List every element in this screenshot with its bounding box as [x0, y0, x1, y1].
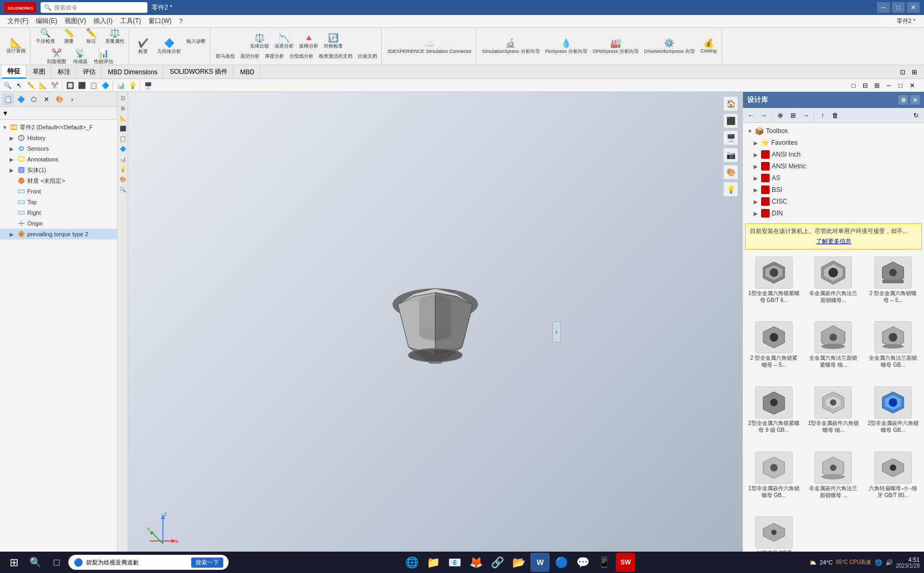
- viewport-normal[interactable]: □: [848, 80, 859, 91]
- display-icon-2[interactable]: 💡: [127, 80, 138, 91]
- viewport-minimize[interactable]: ─: [883, 80, 894, 91]
- view-options-button[interactable]: ⊡: [897, 67, 908, 78]
- start-button[interactable]: ⊞: [4, 553, 24, 572]
- panel-settings-icon[interactable]: ⚙: [898, 95, 908, 105]
- symmetry-button[interactable]: 🔃 对称检查: [322, 32, 345, 51]
- undercut-button[interactable]: 底切分析: [238, 52, 262, 61]
- taskbar-widget-icon[interactable]: □: [47, 553, 66, 572]
- toolbox-as[interactable]: ▶ AS: [743, 172, 924, 184]
- more-tab[interactable]: ›: [66, 94, 78, 105]
- select-icon[interactable]: ↖: [14, 80, 25, 91]
- maximize-button[interactable]: □: [892, 2, 905, 13]
- viewport-close[interactable]: ✕: [907, 80, 918, 91]
- search-bar-input[interactable]: [86, 559, 188, 566]
- appearance-tab[interactable]: 🎨: [53, 94, 65, 105]
- menu-view[interactable]: 视图(V): [61, 16, 89, 27]
- taskbar-chrome-icon[interactable]: 🔵: [552, 553, 571, 572]
- lib-up-button[interactable]: ↑: [817, 110, 828, 121]
- menu-tools[interactable]: 工具(T): [117, 16, 144, 27]
- error-analysis-button[interactable]: 📉 误差分析: [272, 32, 296, 51]
- tree-item-annotations[interactable]: ▶ Annotations: [0, 154, 117, 165]
- menu-file[interactable]: 文件(F): [4, 16, 32, 27]
- check-button[interactable]: ✔️ 检查: [132, 37, 154, 56]
- search-input[interactable]: [54, 4, 144, 11]
- tree-item-history[interactable]: ▶ History: [0, 133, 117, 143]
- viewport-icon[interactable]: 🖥️: [143, 80, 153, 91]
- input-diagnostics-button[interactable]: 输入诊断: [184, 37, 208, 56]
- nut-card-4[interactable]: 2 型全金属六角锁紧螺母 -- 5...: [745, 319, 803, 382]
- mass-properties-button[interactable]: ⚖️ 质量属性: [103, 28, 127, 46]
- menu-insert[interactable]: 插入(I): [90, 16, 115, 27]
- learn-more-link[interactable]: 了解更多信息: [750, 237, 917, 245]
- toolbox-bsi[interactable]: ▶ BSI: [743, 184, 924, 196]
- nut-card-10[interactable]: 1型非金属嵌件六角锁螺母 GB...: [745, 449, 803, 512]
- measure-button[interactable]: 📏 测量: [58, 28, 80, 46]
- viewport-camera-icon[interactable]: 📷: [723, 148, 738, 162]
- panel-close-icon[interactable]: ✕: [910, 95, 920, 105]
- left-icon-8[interactable]: 💡: [118, 164, 128, 174]
- taskbar-word-icon[interactable]: W: [530, 553, 550, 572]
- search-tool-icon[interactable]: 🔍: [2, 80, 13, 91]
- command-search[interactable]: 🔍: [41, 2, 147, 13]
- left-icon-3[interactable]: 📐: [118, 113, 128, 123]
- taskbar-explorer-icon[interactable]: 📁: [424, 553, 443, 572]
- tree-item-torque[interactable]: ▶ prevailing torque type 2: [0, 229, 117, 239]
- taskbar-search-icon[interactable]: 🔍: [26, 553, 45, 572]
- nut-card-3[interactable]: 2 型全金属六角锁螺母 -- 5...: [864, 254, 922, 317]
- annotation-button[interactable]: ✏️ 标注: [81, 28, 102, 46]
- search-submit-button[interactable]: 搜索一下: [191, 557, 223, 568]
- 3d-viewport[interactable]: 🏠 ⬛ 🖥️ 📷 🎨 💡 Z X Y: [128, 92, 742, 572]
- viewport-home-icon[interactable]: 🏠: [723, 96, 738, 111]
- minimize-button[interactable]: ─: [877, 2, 890, 13]
- lib-view-button[interactable]: ⊞: [787, 110, 799, 121]
- design-study-button[interactable]: 📐 设计算例: [4, 37, 28, 56]
- draft-button[interactable]: 🔺 拔模分析: [297, 32, 320, 51]
- nut-card-2[interactable]: 非金属嵌件六角法兰面锁螺母...: [805, 254, 863, 317]
- lib-refresh-button[interactable]: ↻: [910, 110, 922, 121]
- menu-edit[interactable]: 编辑(E): [33, 16, 60, 27]
- viewport-light-icon[interactable]: 💡: [723, 182, 738, 197]
- left-icon-2[interactable]: ⊞: [118, 103, 128, 113]
- taskbar-phone-icon[interactable]: 📱: [594, 553, 614, 572]
- nut-card-5[interactable]: 全金属六角法兰面锁紧螺母 细...: [805, 319, 863, 382]
- menu-help[interactable]: ?: [176, 17, 186, 26]
- property-manager-tab[interactable]: 🔷: [15, 94, 27, 105]
- nut-card-6[interactable]: 全金属六角法兰面锁螺母 GB...: [864, 319, 922, 382]
- tab-features[interactable]: 特征: [2, 65, 26, 79]
- sketch-icon[interactable]: ✏️: [26, 80, 36, 91]
- lib-export-button[interactable]: →: [800, 110, 812, 121]
- 3dexperience-button[interactable]: ☁️ 3DEXPERIENCE Simulation Connector: [385, 37, 474, 55]
- taskbar-firefox-icon[interactable]: 🦊: [466, 553, 486, 572]
- dfmxpress-button[interactable]: 🏭 DFMXpress 分析向导: [591, 37, 641, 56]
- simxpress-button[interactable]: 🔬 SimulationXpress 分析向导: [480, 37, 542, 56]
- lib-add-button[interactable]: ⊕: [774, 110, 786, 121]
- taskbar-chat-icon[interactable]: 💬: [573, 553, 592, 572]
- left-icon-5[interactable]: 📋: [118, 134, 128, 143]
- toolbox-ansi-metric[interactable]: ▶ ANSI Metric: [743, 160, 924, 172]
- view-icon-2[interactable]: ⬛: [76, 80, 87, 91]
- tree-item-top[interactable]: Top: [0, 197, 117, 207]
- nut-card-8[interactable]: 1型非金属嵌件六角锁螺母 细...: [805, 384, 863, 447]
- viewport-split-h[interactable]: ⊟: [860, 80, 871, 91]
- display-icon-1[interactable]: 📊: [115, 80, 126, 91]
- tree-item-solid[interactable]: ▶ 实体(1): [0, 165, 117, 175]
- tree-item-sensors[interactable]: ▶ Sensors: [0, 143, 117, 154]
- left-icon-1[interactable]: ⊡: [118, 93, 128, 103]
- dimension-icon[interactable]: 📐: [37, 80, 48, 91]
- trim-icon[interactable]: ✂️: [49, 80, 60, 91]
- left-icon-6[interactable]: 🔷: [118, 144, 128, 153]
- tree-item-right[interactable]: Right: [0, 207, 117, 218]
- tab-sketch[interactable]: 草图: [27, 65, 51, 79]
- taskbar-sw-icon[interactable]: SW: [616, 553, 635, 572]
- lib-back-button[interactable]: ←: [745, 110, 757, 121]
- check-active-button[interactable]: 检查激活的文档: [317, 52, 355, 61]
- view-icon-4[interactable]: 🔷: [100, 80, 111, 91]
- view-toggle-button[interactable]: ⊞: [909, 67, 920, 78]
- driveworks-button[interactable]: ⚙️ DriveWorksXpress 向导: [642, 37, 697, 56]
- left-icon-7[interactable]: 📊: [118, 154, 128, 164]
- lib-forward-button[interactable]: →: [758, 110, 770, 121]
- nut-card-1[interactable]: 1型全金属六角锁紧螺母 GB/T 6...: [745, 254, 803, 317]
- left-icon-9[interactable]: 🎨: [118, 174, 128, 184]
- nut-card-11[interactable]: 非金属嵌件六角法兰面锁螺母 ...: [805, 449, 863, 512]
- taskbar-browser-icon[interactable]: 🌐: [402, 553, 421, 572]
